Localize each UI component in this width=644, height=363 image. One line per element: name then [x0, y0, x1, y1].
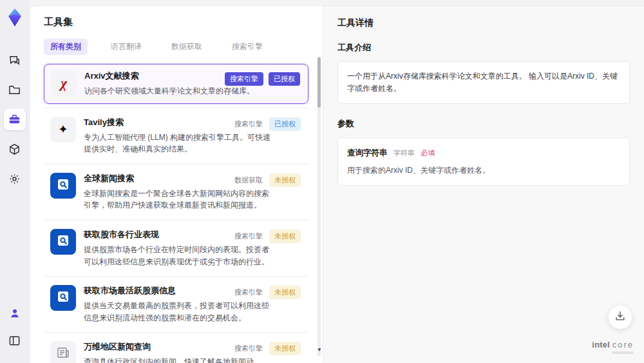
auth-status-badge: 未授权 — [269, 173, 301, 187]
tool-description: 访问各个研究领域大量科学论文和文章的存储库。 — [84, 85, 272, 97]
tool-badges: 搜索引擎已授权 — [225, 72, 300, 86]
news-search-icon — [56, 289, 70, 306]
tool-badges: 搜索引擎已授权 — [233, 117, 301, 131]
tool-badges: 搜索引擎未授权 — [233, 230, 301, 243]
param-description: 用于搜索的Arxiv ID、关键字或作者姓名。 — [347, 164, 620, 177]
param-required-badge: 必填 — [421, 149, 435, 157]
category-badge: 搜索引擎 — [233, 117, 264, 131]
news-search-icon — [56, 233, 70, 250]
tool-card-2[interactable]: ✦Tavily搜索专为人工智能代理 (LLM) 构建的搜索引擎工具。可快速提供实… — [44, 108, 308, 164]
tool-badges: 搜索引擎未授权 — [233, 286, 301, 299]
auth-status-badge: 未授权 — [269, 342, 301, 355]
sidebar-item-user[interactable] — [4, 302, 26, 324]
tool-card-3[interactable]: 全球新闻搜索全球新闻搜索是一个聚合全球各大新闻网站内容的搜索引擎，帮助用户快速获… — [44, 164, 308, 220]
tab-2[interactable]: 语言翻译 — [104, 39, 148, 55]
tool-detail-panel: 工具详情 工具介绍 一个用于从Arxiv存储库搜索科学论文和文章的工具。 输入可… — [323, 6, 644, 363]
sidebar-item-settings[interactable] — [4, 168, 26, 190]
sidebar-item-files[interactable] — [4, 79, 26, 101]
chat-icon — [8, 54, 21, 66]
user-icon — [9, 308, 21, 319]
tool-badges: 数据获取未授权 — [233, 173, 301, 187]
params-heading: 参数 — [337, 118, 630, 130]
param-type: 字符串 — [393, 149, 415, 157]
brand-intel: intel — [592, 340, 610, 349]
auth-status-badge: 未授权 — [269, 230, 301, 243]
tool-icon-box — [50, 229, 76, 255]
intro-heading: 工具介绍 — [337, 42, 630, 54]
tool-card-list: χArxiv文献搜索访问各个研究领域大量科学论文和文章的存储库。搜索引擎已授权✦… — [44, 64, 308, 363]
sidebar-item-panel-toggle[interactable] — [4, 329, 26, 351]
tool-card-5[interactable]: 获取市场最活跃股票信息提供当天交易量最高的股票列表，投资者可以利用这些信息来识别… — [44, 276, 308, 332]
category-badge: 搜索引擎 — [225, 72, 263, 86]
tools-list-panel: 工具集 所有类别语言翻译数据获取搜索引擎 χArxiv文献搜索访问各个研究领域大… — [30, 6, 323, 363]
tool-icon-box — [50, 285, 76, 311]
tool-description: 全球新闻搜索是一个聚合全球各大新闻网站内容的搜索引擎，帮助用户快速获取全球最新资… — [84, 188, 272, 211]
download-button[interactable] — [608, 305, 632, 329]
sparkle-icon: ✦ — [58, 123, 68, 135]
tool-badges: 搜索引擎未授权 — [233, 342, 301, 355]
intro-text-box: 一个用于从Arxiv存储库搜索科学论文和文章的工具。 输入可以是Arxiv ID… — [337, 61, 630, 104]
sidebar — [0, 0, 29, 363]
tool-card-1[interactable]: χArxiv文献搜索访问各个研究领域大量科学论文和文章的存储库。搜索引擎已授权 — [44, 64, 308, 104]
param-header: 查询字符串 字符串 必填 — [347, 146, 620, 159]
tool-card-6[interactable]: 万维地区新闻查询查询具体行政区划内的新闻，快速了解各地新闻动搜索引擎未授权 — [44, 332, 308, 363]
arxiv-icon: χ — [61, 76, 67, 90]
brand-core: core — [612, 340, 634, 349]
category-badge: 搜索引擎 — [233, 286, 264, 299]
auth-status-badge: 已授权 — [269, 117, 301, 131]
folder-icon — [8, 84, 21, 96]
tab-3[interactable]: 数据获取 — [165, 39, 209, 55]
newspaper-icon — [56, 346, 70, 362]
app-logo — [5, 8, 24, 27]
tool-description: 查询具体行政区划内的新闻，快速了解各地新闻动 — [84, 356, 272, 363]
sidebar-item-models[interactable] — [4, 138, 26, 160]
scroll-down-indicator[interactable]: ▼ — [317, 347, 322, 353]
content-area: 工具集 所有类别语言翻译数据获取搜索引擎 χArxiv文献搜索访问各个研究领域大… — [29, 5, 644, 363]
cube-icon — [8, 143, 21, 155]
auth-status-badge: 未授权 — [269, 286, 301, 299]
brand-subline — [612, 351, 634, 354]
tool-description: 专为人工智能代理 (LLM) 构建的搜索引擎工具。可快速提供实时、准确和真实的结… — [84, 132, 272, 155]
tool-icon-box: ✦ — [50, 117, 76, 142]
tab-1[interactable]: 所有类别 — [44, 39, 88, 55]
download-icon — [614, 310, 626, 324]
auth-status-badge: 已授权 — [269, 72, 300, 86]
tool-icon-box: χ — [51, 70, 77, 96]
tool-card-4[interactable]: 获取股市各行业表现提供股票市场各个行业在特定时间段内的表现。投资者可以利用这些信… — [44, 220, 308, 276]
category-tabs: 所有类别语言翻译数据获取搜索引擎 — [44, 39, 308, 55]
tool-description: 提供股票市场各个行业在特定时间段内的表现。投资者可以利用这些信息来识别表现优于或… — [84, 244, 272, 268]
toolbox-icon — [8, 113, 21, 126]
category-badge: 搜索引擎 — [233, 230, 264, 243]
scrollbar-track[interactable] — [317, 56, 321, 357]
tab-4[interactable]: 搜索引擎 — [225, 39, 269, 55]
detail-title: 工具详情 — [337, 17, 630, 29]
scrollbar-thumb[interactable] — [317, 57, 321, 108]
category-badge: 数据获取 — [233, 173, 264, 187]
panel-toggle-icon — [8, 335, 21, 347]
gear-icon — [8, 173, 21, 185]
tool-description: 提供当天交易量最高的股票列表，投资者可以利用这些信息来识别流动性强的股票和潜在的… — [84, 300, 272, 324]
param-name: 查询字符串 — [347, 148, 388, 157]
sidebar-item-toolbox[interactable] — [4, 108, 26, 130]
category-badge: 搜索引擎 — [233, 342, 264, 355]
tool-icon-box — [50, 173, 76, 199]
page-title: 工具集 — [44, 16, 308, 28]
tool-icon-box — [50, 341, 76, 363]
sidebar-item-chat[interactable] — [4, 49, 26, 71]
param-box: 查询字符串 字符串 必填 用于搜索的Arxiv ID、关键字或作者姓名。 — [337, 137, 630, 185]
intel-core-logo: intel core — [592, 340, 634, 354]
news-search-icon — [56, 177, 70, 194]
